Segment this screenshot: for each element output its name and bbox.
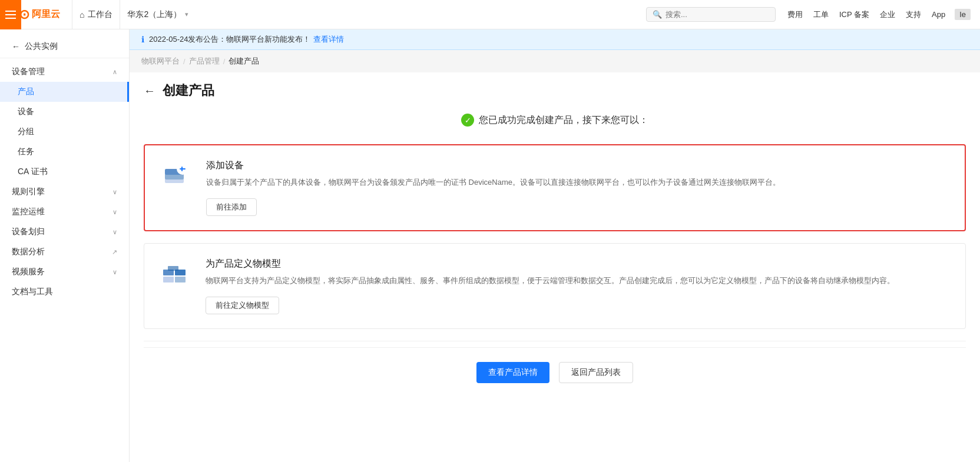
workbench-label: 工作台 <box>88 9 112 20</box>
workbench-nav[interactable]: ⌂ 工作台 <box>72 0 120 29</box>
home-icon: ⌂ <box>80 10 84 19</box>
layout: ← 公共实例 设备管理 ∧ 产品 设备 分组 任务 CA 证书 规则引擎 ∨ <box>0 0 980 462</box>
chevron-down-icon: ∨ <box>112 268 117 276</box>
page-header: ← 创建产品 <box>130 72 980 102</box>
success-text: 您已成功完成创建产品，接下来您可以： <box>479 114 648 127</box>
view-detail-button[interactable]: 查看产品详情 <box>476 362 549 383</box>
sidebar-section-label: 规则引擎 <box>12 187 45 197</box>
logo[interactable]: ⊙ 阿里云 <box>19 7 60 22</box>
add-device-title: 添加设备 <box>206 159 951 172</box>
sidebar-section-monitor[interactable]: 监控运维 ∨ <box>0 202 129 222</box>
sidebar-section-label: 设备划归 <box>12 227 45 237</box>
sidebar-back-label: 公共实例 <box>25 41 58 52</box>
breadcrumb: 物联网平台 / 产品管理 / 创建产品 <box>130 50 980 72</box>
page-title-text: 创建产品 <box>163 82 214 99</box>
breadcrumb-sep-1: / <box>183 57 186 66</box>
hamburger-button[interactable] <box>0 0 21 29</box>
back-list-button[interactable]: 返回产品列表 <box>559 362 633 383</box>
page-title: ← 创建产品 <box>144 82 966 99</box>
breadcrumb-sep-2: / <box>223 57 226 66</box>
logo-text: 阿里云 <box>32 8 60 21</box>
nav-support[interactable]: 支持 <box>906 9 921 20</box>
sidebar-section-label: 设备管理 <box>12 67 45 77</box>
add-device-body: 添加设备 设备归属于某个产品下的具体设备，物联网平台为设备颁发产品内唯一的证书 … <box>206 159 951 216</box>
divider <box>144 341 966 341</box>
add-device-icon <box>159 159 194 195</box>
add-device-card: 添加设备 设备归属于某个产品下的具体设备，物联网平台为设备颁发产品内唯一的证书 … <box>144 144 966 231</box>
nav-fees[interactable]: 费用 <box>787 9 803 20</box>
success-message: ✓ 您已成功完成创建产品，接下来您可以： <box>144 114 966 127</box>
hamburger-icon <box>5 11 16 19</box>
top-nav: ⊙ 阿里云 ⌂ 工作台 华东2（上海） ▾ 🔍 费用 工单 ICP 备案 企业 … <box>0 0 980 29</box>
nav-ticket[interactable]: 工单 <box>813 9 829 20</box>
sidebar: ← 公共实例 设备管理 ∧ 产品 设备 分组 任务 CA 证书 规则引擎 ∨ <box>0 29 130 462</box>
external-link-icon: ↗ <box>112 248 117 256</box>
add-device-desc: 设备归属于某个产品下的具体设备，物联网平台为设备颁发产品内唯一的证书 Devic… <box>206 177 951 189</box>
content-area: ✓ 您已成功完成创建产品，接下来您可以： <box>130 102 980 462</box>
sidebar-section-label: 文档与工具 <box>12 287 53 297</box>
sidebar-section-docs[interactable]: 文档与工具 <box>0 282 129 302</box>
region-label: 华东2（上海） <box>127 9 181 20</box>
nav-enterprise[interactable]: 企业 <box>880 9 895 20</box>
nav-icp[interactable]: ICP 备案 <box>839 9 869 20</box>
sidebar-item-device[interactable]: 设备 <box>0 102 129 122</box>
main-content: ℹ 2022-05-24发布公告：物联网平台新功能发布！ 查看详情 物联网平台 … <box>130 29 980 462</box>
sidebar-section-video[interactable]: 视频服务 ∨ <box>0 262 129 282</box>
announcement-text: 2022-05-24发布公告：物联网平台新功能发布！ <box>149 34 311 45</box>
chevron-up-icon: ∧ <box>112 68 117 76</box>
sidebar-section-label: 数据分析 <box>12 247 45 257</box>
svg-rect-7 <box>175 277 186 282</box>
nav-app[interactable]: App <box>932 10 945 19</box>
sidebar-back-button[interactable]: ← 公共实例 <box>0 35 129 58</box>
svg-rect-10 <box>168 266 178 271</box>
sidebar-section-device-management[interactable]: 设备管理 ∧ <box>0 62 129 82</box>
breadcrumb-create-product: 创建产品 <box>229 56 259 67</box>
svg-rect-5 <box>181 167 183 171</box>
left-arrow-icon: ← <box>12 42 20 51</box>
search-icon: 🔍 <box>653 10 662 19</box>
sidebar-item-group[interactable]: 分组 <box>0 122 129 142</box>
thing-model-card: 为产品定义物模型 物联网平台支持为产品定义物模型，将实际产品抽象成由属性、服务、… <box>144 243 966 329</box>
add-device-button[interactable]: 前往添加 <box>206 198 257 216</box>
chevron-down-icon: ∨ <box>112 208 117 216</box>
info-icon: ℹ <box>141 35 144 44</box>
search-bar[interactable]: 🔍 <box>646 7 776 22</box>
chevron-down-icon: ▾ <box>185 11 188 18</box>
sidebar-item-product[interactable]: 产品 <box>0 82 129 102</box>
bottom-actions: 查看产品详情 返回产品列表 <box>144 347 966 407</box>
search-input[interactable] <box>666 10 769 19</box>
sidebar-section-label: 监控运维 <box>12 207 45 217</box>
thing-model-desc: 物联网平台支持为产品定义物模型，将实际产品抽象成由属性、服务、事件所组成的数据模… <box>206 275 951 287</box>
back-button[interactable]: ← <box>144 84 155 98</box>
region-selector[interactable]: 华东2（上海） ▾ <box>127 9 188 20</box>
thing-model-icon <box>158 258 194 293</box>
breadcrumb-product-mgmt[interactable]: 产品管理 <box>189 56 220 67</box>
sidebar-item-task[interactable]: 任务 <box>0 142 129 162</box>
success-icon: ✓ <box>461 114 474 127</box>
user-badge[interactable]: Ie <box>955 9 971 20</box>
chevron-down-icon: ∨ <box>112 228 117 236</box>
sidebar-section-device-assign[interactable]: 设备划归 ∨ <box>0 222 129 242</box>
announcement-link[interactable]: 查看详情 <box>313 34 344 45</box>
thing-model-button[interactable]: 前往定义物模型 <box>206 297 279 314</box>
sidebar-item-ca-cert[interactable]: CA 证书 <box>0 162 129 182</box>
nav-links: 费用 工单 ICP 备案 企业 支持 App <box>787 9 945 20</box>
announcement-banner: ℹ 2022-05-24发布公告：物联网平台新功能发布！ 查看详情 <box>130 29 980 50</box>
breadcrumb-iot[interactable]: 物联网平台 <box>141 56 180 67</box>
svg-rect-6 <box>163 277 174 282</box>
chevron-down-icon: ∨ <box>112 188 117 196</box>
thing-model-title: 为产品定义物模型 <box>206 258 951 270</box>
thing-model-body: 为产品定义物模型 物联网平台支持为产品定义物模型，将实际产品抽象成由属性、服务、… <box>206 258 951 314</box>
user-area: Ie <box>955 9 971 20</box>
sidebar-section-data-analysis[interactable]: 数据分析 ↗ <box>0 242 129 262</box>
sidebar-section-rule-engine[interactable]: 规则引擎 ∨ <box>0 182 129 202</box>
sidebar-section-label: 视频服务 <box>12 267 45 277</box>
logo-icon: ⊙ <box>19 7 29 22</box>
